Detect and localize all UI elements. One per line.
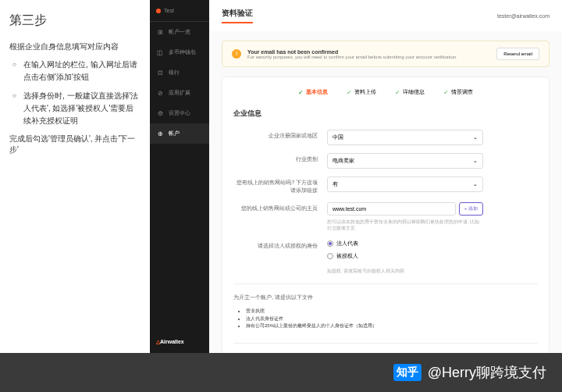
check-icon: ✓ bbox=[298, 89, 304, 96]
sidebar-item-bank[interactable]: ⊡ 银行 bbox=[150, 62, 209, 83]
form-footer: ✓ 您确认本人或企业是以主账户的管理负责任时授参的账号企业填写此信息 下一步 bbox=[233, 343, 538, 353]
form-card: ✓基本信息 ✓资料上传 ✓详细信息 ✓情景调查 企业信息 企业注册国家或地区 中… bbox=[222, 77, 550, 353]
sidebar: Test ⊞ 帐户一览 ◫ 多币种钱包 ⊡ 银行 ⊘ 应用扩展 ⚙ 设置中心 ⊕… bbox=[150, 0, 209, 353]
sidebar-brand[interactable]: Test bbox=[150, 0, 209, 22]
doc-item: 法人代表身份证件 bbox=[246, 315, 538, 323]
url-label: 您的线上销售网站或公司的主页 bbox=[233, 202, 327, 212]
sidebar-item-label: 帐户一览 bbox=[169, 28, 190, 36]
instruction-list: 在输入网址的栏位, 输入网址后请点击右侧'添加'按钮 选择身份时, 一般建议直接… bbox=[9, 59, 140, 127]
main-header: 资料验证 tester@airwallex.com bbox=[209, 0, 562, 31]
grid-icon: ⊞ bbox=[156, 28, 164, 36]
email-alert: ! Your email has not been confirmed For … bbox=[222, 41, 550, 67]
sidebar-item-extensions[interactable]: ⊘ 应用扩展 bbox=[150, 83, 209, 103]
chevron-down-icon: ⌄ bbox=[473, 181, 478, 187]
identity-help: 如授权, 需填写账号的授权人相关内容 bbox=[327, 268, 483, 274]
check-icon: ✓ bbox=[395, 89, 400, 96]
country-label: 企业注册国家或地区 bbox=[233, 130, 327, 140]
radio-legal-rep[interactable]: 法人代表 bbox=[327, 240, 483, 248]
chevron-down-icon: ⌄ bbox=[473, 158, 478, 164]
country-select[interactable]: 中国⌄ bbox=[327, 130, 483, 145]
instruction-footer: 完成后勾选'管理员确认', 并点击'下一步' bbox=[9, 134, 140, 155]
instruction-panel: 第三步 根据企业自身信息填写对应内容 在输入网址的栏位, 输入网址后请点击右侧'… bbox=[0, 0, 150, 353]
doc-item: 持有公司25%以上股份的最终受益人的个人身份证件（如适用） bbox=[246, 323, 538, 330]
zhihu-logo: 知乎 bbox=[393, 364, 422, 381]
chevron-down-icon: ⌄ bbox=[473, 134, 478, 141]
sidebar-item-account[interactable]: ⊕ 帐户 bbox=[150, 123, 209, 144]
sidebar-item-settings[interactable]: ⚙ 设置中心 bbox=[150, 103, 209, 123]
extension-icon: ⊘ bbox=[156, 89, 164, 97]
step-detail[interactable]: ✓详细信息 bbox=[395, 88, 425, 96]
industry-select[interactable]: 电商卖家⌄ bbox=[327, 153, 483, 169]
watermark: 知乎 @Herry聊跨境支付 bbox=[378, 353, 562, 392]
watermark-text: @Herry聊跨境支付 bbox=[428, 363, 546, 382]
sidebar-item-label: 多币种钱包 bbox=[169, 48, 196, 56]
sidebar-item-overview[interactable]: ⊞ 帐户一览 bbox=[150, 22, 209, 42]
wallet-icon: ◫ bbox=[156, 48, 164, 56]
sidebar-item-label: 银行 bbox=[169, 69, 180, 77]
step-desc: 根据企业自身信息填写对应内容 bbox=[9, 41, 140, 52]
doc-item: 营业执照 bbox=[246, 308, 538, 315]
instruction-item: 选择身份时, 一般建议直接选择'法人代表', 如选择'被授权人'需要后续补充授权… bbox=[12, 90, 140, 127]
step-survey[interactable]: ✓情景调查 bbox=[443, 88, 473, 96]
alert-title: Your email has not been confirmed bbox=[247, 49, 457, 55]
warning-icon: ! bbox=[232, 49, 241, 59]
url-help-text: 您可以添加其他您用于宣传业务的内容以帮助我们更快处理您的申请, 比如社交媒体主页 bbox=[327, 219, 483, 232]
doc-title: 为开立一个账户, 请提供以下文件 bbox=[233, 294, 538, 301]
user-email[interactable]: tester@airwallex.com bbox=[497, 13, 550, 19]
check-icon: ✓ bbox=[443, 89, 449, 96]
radio-authorized[interactable]: 被授权人 bbox=[327, 252, 483, 260]
account-icon: ⊕ bbox=[156, 130, 164, 137]
check-icon: ✓ bbox=[347, 89, 352, 96]
radio-icon bbox=[327, 253, 333, 259]
sidebar-item-label: 设置中心 bbox=[169, 109, 190, 117]
instruction-item: 在输入网址的栏位, 输入网址后请点击右侧'添加'按钮 bbox=[12, 59, 140, 84]
store-label: 您有线上的销售网站吗? 下方这项请添加链接 bbox=[233, 176, 327, 194]
documents-section: 为开立一个账户, 请提供以下文件 营业执照 法人代表身份证件 持有公司25%以上… bbox=[233, 283, 538, 330]
sidebar-item-wallet[interactable]: ◫ 多币种钱包 bbox=[150, 42, 209, 62]
doc-list: 营业执照 法人代表身份证件 持有公司25%以上股份的最终受益人的个人身份证件（如… bbox=[233, 308, 538, 330]
identity-label: 请选择法人或授权的身份 bbox=[233, 240, 327, 250]
sidebar-footer: △Airwallex bbox=[150, 331, 209, 353]
url-input[interactable]: www.test.com bbox=[327, 202, 456, 216]
store-select[interactable]: 有⌄ bbox=[327, 176, 483, 192]
bank-icon: ⊡ bbox=[156, 69, 164, 77]
page-title: 资料验证 bbox=[222, 8, 253, 23]
brand-label: Test bbox=[164, 8, 174, 13]
add-url-button[interactable]: + 添加 bbox=[459, 202, 483, 216]
sidebar-item-label: 应用扩展 bbox=[169, 89, 190, 97]
sidebar-item-label: 帐户 bbox=[169, 130, 180, 137]
step-upload[interactable]: ✓资料上传 bbox=[347, 88, 376, 96]
gear-icon: ⚙ bbox=[156, 109, 164, 117]
step-title: 第三步 bbox=[9, 12, 140, 29]
radio-icon bbox=[327, 241, 333, 247]
main-content: 资料验证 tester@airwallex.com ! Your email h… bbox=[209, 0, 562, 353]
step-basic-info[interactable]: ✓基本信息 bbox=[298, 88, 328, 96]
section-title: 企业信息 bbox=[233, 109, 538, 119]
resend-email-button[interactable]: Resend email bbox=[496, 48, 539, 60]
steps-bar: ✓基本信息 ✓资料上传 ✓详细信息 ✓情景调查 bbox=[233, 88, 538, 96]
alert-desc: For security purposes, you will need to … bbox=[247, 55, 457, 59]
brand-dot-icon bbox=[156, 9, 161, 13]
industry-label: 行业类别 bbox=[233, 153, 327, 163]
